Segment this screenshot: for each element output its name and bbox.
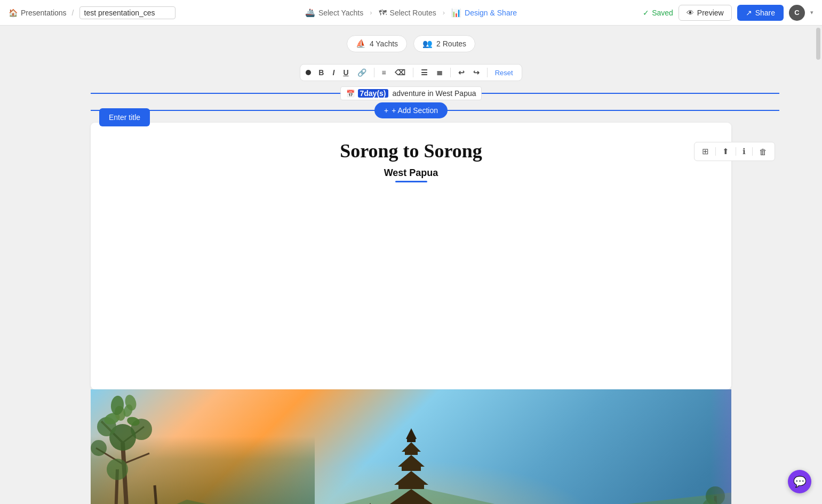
eye-icon: 👁 (687, 9, 694, 17)
saved-indicator: ✓ Saved (643, 9, 673, 17)
svg-rect-5 (402, 467, 421, 471)
navbar: 🏠 Presentations / 🚢 Select Yachts › 🗺 Se… (0, 0, 822, 26)
svg-rect-7 (398, 485, 424, 489)
align-center-button[interactable]: ≡ (379, 67, 389, 78)
add-section-button[interactable]: + + Add Section (374, 102, 448, 118)
yacht-pill-icon: ⛵ (356, 39, 366, 49)
routes-icon: 🗺 (379, 8, 387, 17)
section-actions: ⊞ ⬆ ℹ 🗑 (694, 142, 775, 161)
select-routes-label: Select Routes (390, 9, 436, 17)
toolbar-separator-1 (374, 68, 374, 77)
action-sep-2 (736, 147, 736, 156)
nav-steps: 🚢 Select Yachts › 🗺 Select Routes › 📊 De… (305, 8, 517, 18)
nav-right: ✓ Saved 👁 Preview ↗ Share C ▾ (643, 5, 813, 21)
list2-button[interactable]: ≣ (433, 67, 446, 78)
underline-button[interactable]: U (340, 67, 352, 78)
yachts-pill[interactable]: ⛵ 4 Yachts (347, 35, 407, 52)
bold-button[interactable]: B (315, 67, 327, 78)
trees-svg (91, 389, 224, 504)
scrollbar-track (815, 26, 822, 504)
step-arrow-1: › (370, 9, 372, 17)
trash-icon-button[interactable]: 🗑 (757, 146, 769, 157)
action-sep-3 (752, 147, 753, 156)
color-picker-dot[interactable] (306, 70, 311, 75)
breadcrumb-presentations[interactable]: Presentations (21, 9, 67, 17)
routes-pill-icon: 👥 (422, 39, 433, 49)
main-area: ⛵ 4 Yachts 👥 2 Routes Enter title B I U … (0, 26, 822, 504)
step-select-yachts[interactable]: 🚢 Select Yachts (305, 8, 363, 18)
avatar-chevron-icon[interactable]: ▾ (810, 9, 813, 16)
svg-point-29 (91, 440, 107, 456)
svg-marker-6 (394, 471, 428, 485)
presentation-card: Sorong to Sorong West Papua (91, 123, 731, 389)
enter-title-button[interactable]: Enter title (99, 108, 150, 126)
svg-rect-1 (407, 439, 416, 442)
toolbar-separator-3 (450, 68, 451, 77)
reset-label: Reset (495, 69, 513, 77)
svg-point-28 (107, 459, 128, 480)
plus-icon: + (384, 106, 388, 115)
undo-button[interactable]: ↩ (455, 67, 468, 78)
chat-bubble-button[interactable]: 💬 (788, 470, 811, 493)
days-highlight: 7day(s) (358, 89, 388, 98)
toolbar-separator-2 (413, 68, 413, 77)
scrollbar-thumb[interactable] (816, 28, 820, 60)
routes-pill[interactable]: 👥 2 Routes (413, 35, 475, 52)
share-icon: ↗ (746, 9, 752, 17)
backspace-button[interactable]: ⌫ (392, 67, 409, 78)
link-button[interactable]: 🔗 (354, 67, 370, 78)
yachts-pill-label: 4 Yachts (370, 39, 398, 48)
share-label: Share (755, 9, 775, 17)
section-row: 📅 7day(s) adventure in West Papua (0, 86, 822, 100)
step-select-routes[interactable]: 🗺 Select Routes (379, 8, 436, 17)
select-yachts-label: Select Yachts (318, 9, 363, 17)
svg-line-24 (123, 453, 149, 464)
chat-icon: 💬 (793, 475, 807, 488)
toolbar-area: B I U 🔗 ≡ ⌫ ☰ ≣ ↩ ↪ Reset (0, 61, 822, 84)
design-share-label: Design & Share (465, 9, 517, 17)
breadcrumb-separator: / (72, 9, 74, 17)
redo-button[interactable]: ↪ (470, 67, 483, 78)
formatting-toolbar: B I U 🔗 ≡ ⌫ ☰ ≣ ↩ ↪ Reset (300, 64, 522, 81)
list-button[interactable]: ☰ (418, 67, 431, 78)
add-section-label: + Add Section (392, 106, 438, 115)
svg-marker-4 (398, 455, 425, 467)
avatar-letter: C (794, 9, 799, 17)
presentation-name-input[interactable] (79, 6, 175, 19)
section-text: adventure in West Papua (393, 89, 476, 98)
design-icon: 📊 (451, 8, 461, 18)
filter-icon-button[interactable]: ⊞ (700, 146, 711, 157)
enter-title-label: Enter title (109, 113, 140, 122)
action-sep-1 (715, 147, 716, 156)
check-icon: ✓ (643, 9, 649, 17)
toolbar-separator-4 (487, 68, 488, 77)
card-underline (395, 181, 427, 182)
routes-pill-label: 2 Routes (436, 39, 466, 48)
yachts-icon: 🚢 (305, 8, 315, 18)
svg-marker-0 (406, 428, 417, 439)
preview-label: Preview (697, 9, 724, 17)
hero-image-container (91, 389, 731, 504)
svg-marker-2 (402, 442, 421, 452)
saved-label: Saved (652, 9, 673, 17)
calendar-icon: 📅 (346, 90, 355, 98)
temple-svg (379, 428, 443, 504)
home-icon: 🏠 (9, 9, 18, 17)
section-calendar-label: 📅 7day(s) adventure in West Papua (340, 86, 482, 100)
step-design-share[interactable]: 📊 Design & Share (451, 8, 517, 18)
share-button[interactable]: ↗ Share (737, 5, 784, 21)
upload-icon-button[interactable]: ⬆ (720, 146, 731, 157)
pills-bar: ⛵ 4 Yachts 👥 2 Routes (0, 26, 822, 61)
card-subtitle: West Papua (108, 167, 714, 179)
info-icon-button[interactable]: ℹ (740, 146, 748, 157)
svg-marker-8 (390, 489, 433, 504)
italic-button[interactable]: I (329, 67, 338, 78)
preview-button[interactable]: 👁 Preview (679, 5, 732, 21)
hero-image (91, 389, 731, 504)
step-arrow-2: › (443, 9, 445, 17)
right-tree-svg (689, 389, 731, 504)
svg-line-20 (155, 485, 165, 504)
reset-button[interactable]: Reset (492, 67, 516, 78)
svg-rect-3 (405, 452, 418, 455)
avatar: C (789, 5, 805, 21)
